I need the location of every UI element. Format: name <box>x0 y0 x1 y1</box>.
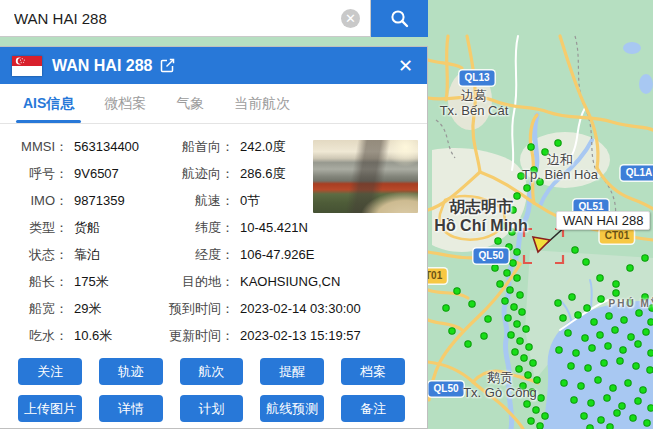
upload-photo-button[interactable]: 上传图片 <box>18 395 82 422</box>
tab-weather[interactable]: 气象 <box>161 84 219 123</box>
ship-photo-thumbnail[interactable] <box>313 140 418 213</box>
vessel-info-panel: WAN HAI 288 ✕ AIS信息 微档案 气象 当前航次 MMSI：563… <box>0 46 428 429</box>
field-label: IMO： <box>4 192 68 210</box>
clear-icon[interactable]: ✕ <box>341 9 360 28</box>
app-window: QL13QL1AQL51CT01QL50CT01QL50边葛Tx. Bến Cá… <box>0 0 653 429</box>
map-city-label: 边葛Tx. Bến Cát <box>440 88 509 118</box>
field-value: 563134400 <box>74 139 139 154</box>
field-label: 船宽： <box>4 300 68 318</box>
alert-button[interactable]: 提醒 <box>260 358 324 385</box>
field-value: 175米 <box>74 273 109 291</box>
field-value: 2023-02-13 15:19:57 <box>240 328 361 343</box>
field-label: 船长： <box>4 273 68 291</box>
road-badge: CT01 <box>600 229 634 244</box>
field-value: 106-47.926E <box>240 247 314 262</box>
search-icon <box>390 9 409 28</box>
panel-title: WAN HAI 288 <box>52 57 152 75</box>
road-badge: QL13 <box>459 71 494 86</box>
map-city-label: 边和Tp. Biên Hòa <box>522 152 598 182</box>
field-label: 纬度： <box>156 219 234 237</box>
field-label: 船首向： <box>156 138 234 156</box>
voyage-button[interactable]: 航次 <box>180 358 244 385</box>
remarks-button[interactable]: 备注 <box>341 395 405 422</box>
field-value: 10.6米 <box>74 327 112 345</box>
field-label: 吃水： <box>4 327 68 345</box>
action-buttons: 关注 轨迹 航次 提醒 档案 上传图片 详情 计划 航线预测 备注 <box>4 358 419 422</box>
tab-bar: AIS信息 微档案 气象 当前航次 <box>0 84 427 124</box>
map-city-label: 鹅贡Tx. Gò Công <box>463 370 537 400</box>
field-updated: 更新时间：2023-02-13 15:19:57 <box>156 322 419 349</box>
road-badge: QL1A <box>621 166 653 181</box>
field-width: 船宽：29米 <box>4 295 156 322</box>
edit-icon[interactable] <box>160 58 175 73</box>
field-mmsi: MMSI：563134400 <box>4 133 156 160</box>
field-draught: 吃水：10.6米 <box>4 322 156 349</box>
field-value: 0节 <box>240 192 260 210</box>
field-label: 经度： <box>156 246 234 264</box>
field-value: 货船 <box>74 219 100 237</box>
field-value: 10-45.421N <box>240 220 308 235</box>
field-callsign: 呼号：9V6507 <box>4 160 156 187</box>
field-longitude: 经度：106-47.926E <box>156 241 419 268</box>
button-row-2: 上传图片 详情 计划 航线预测 备注 <box>18 395 405 422</box>
field-value: 2023-02-14 03:30:00 <box>240 301 361 316</box>
field-length: 船长：175米 <box>4 268 156 295</box>
search-input-wrap: ✕ <box>0 0 371 37</box>
route-forecast-button[interactable]: 航线预测 <box>260 395 324 422</box>
field-label: 更新时间： <box>156 327 234 345</box>
field-value: KAOHSIUNG,CN <box>240 274 340 289</box>
field-value: 286.6度 <box>240 165 286 183</box>
field-label: 类型： <box>4 219 68 237</box>
field-eta: 预到时间：2023-02-14 03:30:00 <box>156 295 419 322</box>
tab-current-voyage[interactable]: 当前航次 <box>219 84 305 123</box>
search-button[interactable] <box>371 0 428 37</box>
tab-micro-archive[interactable]: 微档案 <box>89 84 161 123</box>
field-value: 9V6507 <box>74 166 119 181</box>
map-city-label: PHÚ MỸ <box>609 296 653 311</box>
button-row-1: 关注 轨迹 航次 提醒 档案 <box>18 358 405 385</box>
field-label: 航迹向： <box>156 165 234 183</box>
field-label: MMSI： <box>4 138 68 156</box>
field-label: 呼号： <box>4 165 68 183</box>
field-value: 29米 <box>74 300 101 318</box>
map-city-label: 胡志明市Hồ Chí Minh <box>434 197 527 235</box>
road-badge: QL50 <box>473 249 508 264</box>
details-button[interactable]: 详情 <box>99 395 163 422</box>
archive-button[interactable]: 档案 <box>341 358 405 385</box>
road-badge: QL50 <box>428 382 463 397</box>
track-button[interactable]: 轨迹 <box>99 358 163 385</box>
field-latitude: 纬度：10-45.421N <box>156 214 419 241</box>
plan-button[interactable]: 计划 <box>180 395 244 422</box>
field-type: 类型：货船 <box>4 214 156 241</box>
field-label: 航速： <box>156 192 234 210</box>
field-value: 靠泊 <box>74 246 100 264</box>
field-label: 状态： <box>4 246 68 264</box>
field-imo: IMO：9871359 <box>4 187 156 214</box>
singapore-flag-icon <box>12 56 42 76</box>
field-status: 状态：靠泊 <box>4 241 156 268</box>
panel-header: WAN HAI 288 ✕ <box>0 47 427 84</box>
search-bar: ✕ <box>0 0 428 37</box>
field-label: 预到时间： <box>156 300 234 318</box>
ais-content: MMSI：563134400 呼号：9V6507 IMO：9871359 类型：… <box>0 124 427 429</box>
close-icon[interactable]: ✕ <box>396 55 415 77</box>
field-label: 目的地： <box>156 273 234 291</box>
tab-ais-info[interactable]: AIS信息 <box>8 84 89 123</box>
fields-left: MMSI：563134400 呼号：9V6507 IMO：9871359 类型：… <box>4 133 156 349</box>
field-value: 9871359 <box>74 193 125 208</box>
field-destination: 目的地：KAOHSIUNG,CN <box>156 268 419 295</box>
map-ship-label[interactable]: WAN HAI 288 <box>556 211 650 230</box>
follow-button[interactable]: 关注 <box>18 358 82 385</box>
search-input[interactable] <box>0 0 370 36</box>
field-value: 242.0度 <box>240 138 286 156</box>
